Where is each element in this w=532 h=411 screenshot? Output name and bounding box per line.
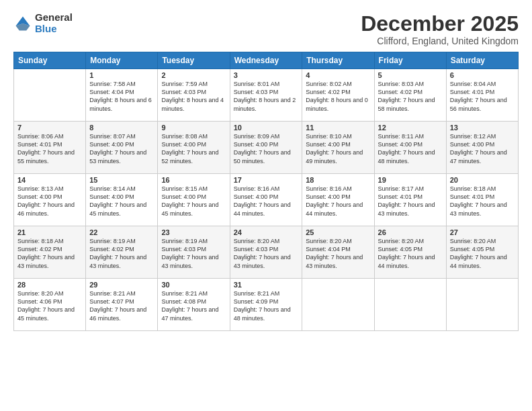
day-info: Sunrise: 8:17 AMSunset: 4:01 PMDaylight:… [378,185,443,218]
day-number: 13 [450,124,515,132]
logo-general: General [35,12,73,24]
day-cell: 15Sunrise: 8:14 AMSunset: 4:00 PMDayligh… [86,174,158,226]
day-cell: 24Sunrise: 8:20 AMSunset: 4:03 PMDayligh… [230,226,302,279]
day-info: Sunrise: 8:16 AMSunset: 4:00 PMDaylight:… [306,185,370,218]
location: Clifford, England, United Kingdom [361,36,519,46]
logo: General Blue [13,12,73,34]
day-info: Sunrise: 8:04 AMSunset: 4:01 PMDaylight:… [450,80,515,113]
day-number: 6 [450,71,515,79]
day-cell: 22Sunrise: 8:19 AMSunset: 4:02 PMDayligh… [86,226,158,279]
day-number: 26 [378,228,443,236]
day-info: Sunrise: 8:20 AMSunset: 4:04 PMDaylight:… [306,237,370,270]
calendar-table: SundayMondayTuesdayWednesdayThursdayFrid… [13,52,519,331]
day-number: 12 [378,124,443,132]
day-cell: 8Sunrise: 8:07 AMSunset: 4:00 PMDaylight… [86,122,158,174]
day-number: 31 [234,281,299,289]
day-cell: 10Sunrise: 8:09 AMSunset: 4:00 PMDayligh… [230,122,302,174]
day-number: 8 [89,124,154,132]
day-number: 4 [306,71,370,79]
day-cell: 27Sunrise: 8:20 AMSunset: 4:05 PMDayligh… [446,226,518,279]
day-info: Sunrise: 8:21 AMSunset: 4:09 PMDaylight:… [234,289,299,322]
day-number: 24 [234,228,299,236]
day-cell [446,279,518,331]
day-number: 29 [89,281,154,289]
day-info: Sunrise: 8:20 AMSunset: 4:03 PMDaylight:… [234,237,299,270]
day-number: 25 [306,228,370,236]
day-header-thursday: Thursday [302,52,374,69]
day-cell: 26Sunrise: 8:20 AMSunset: 4:05 PMDayligh… [374,226,446,279]
day-info: Sunrise: 8:19 AMSunset: 4:03 PMDaylight:… [161,237,226,270]
day-info: Sunrise: 8:08 AMSunset: 4:00 PMDaylight:… [161,132,226,165]
day-number: 16 [161,176,226,184]
week-row-5: 28Sunrise: 8:20 AMSunset: 4:06 PMDayligh… [14,279,519,331]
logo-text: General Blue [35,12,73,34]
day-cell: 12Sunrise: 8:11 AMSunset: 4:00 PMDayligh… [374,122,446,174]
page: General Blue December 2025 Clifford, Eng… [0,0,532,411]
day-header-tuesday: Tuesday [158,52,230,69]
day-number: 21 [17,228,82,236]
day-number: 1 [89,71,154,79]
day-info: Sunrise: 8:12 AMSunset: 4:00 PMDaylight:… [450,132,515,165]
day-cell: 25Sunrise: 8:20 AMSunset: 4:04 PMDayligh… [302,226,374,279]
day-info: Sunrise: 8:18 AMSunset: 4:01 PMDaylight:… [450,185,515,218]
day-header-saturday: Saturday [446,52,518,69]
day-number: 11 [306,124,370,132]
day-info: Sunrise: 8:07 AMSunset: 4:00 PMDaylight:… [89,132,154,165]
day-cell: 21Sunrise: 8:18 AMSunset: 4:02 PMDayligh… [14,226,86,279]
day-number: 9 [161,124,226,132]
week-row-1: 1Sunrise: 7:58 AMSunset: 4:04 PMDaylight… [14,69,519,122]
day-cell: 29Sunrise: 8:21 AMSunset: 4:07 PMDayligh… [86,279,158,331]
day-cell: 5Sunrise: 8:03 AMSunset: 4:02 PMDaylight… [374,69,446,122]
day-cell: 7Sunrise: 8:06 AMSunset: 4:01 PMDaylight… [14,122,86,174]
day-info: Sunrise: 8:15 AMSunset: 4:00 PMDaylight:… [161,185,226,218]
day-header-sunday: Sunday [14,52,86,69]
day-number: 17 [234,176,299,184]
day-header-wednesday: Wednesday [230,52,302,69]
day-number: 22 [89,228,154,236]
day-info: Sunrise: 8:20 AMSunset: 4:05 PMDaylight:… [450,237,515,270]
day-cell: 16Sunrise: 8:15 AMSunset: 4:00 PMDayligh… [158,174,230,226]
day-info: Sunrise: 8:02 AMSunset: 4:02 PMDaylight:… [306,80,370,113]
day-info: Sunrise: 8:18 AMSunset: 4:02 PMDaylight:… [17,237,82,270]
day-cell [14,69,86,122]
day-number: 10 [234,124,299,132]
day-cell: 14Sunrise: 8:13 AMSunset: 4:00 PMDayligh… [14,174,86,226]
day-cell: 9Sunrise: 8:08 AMSunset: 4:00 PMDaylight… [158,122,230,174]
day-number: 19 [378,176,443,184]
day-cell: 4Sunrise: 8:02 AMSunset: 4:02 PMDaylight… [302,69,374,122]
day-info: Sunrise: 8:20 AMSunset: 4:05 PMDaylight:… [378,237,443,270]
day-cell: 2Sunrise: 7:59 AMSunset: 4:03 PMDaylight… [158,69,230,122]
day-cell: 18Sunrise: 8:16 AMSunset: 4:00 PMDayligh… [302,174,374,226]
day-cell: 30Sunrise: 8:21 AMSunset: 4:08 PMDayligh… [158,279,230,331]
day-number: 14 [17,176,82,184]
day-info: Sunrise: 8:21 AMSunset: 4:08 PMDaylight:… [161,289,226,322]
day-info: Sunrise: 7:58 AMSunset: 4:04 PMDaylight:… [89,80,154,113]
day-info: Sunrise: 7:59 AMSunset: 4:03 PMDaylight:… [161,80,226,113]
day-number: 28 [17,281,82,289]
day-number: 23 [161,228,226,236]
day-cell: 19Sunrise: 8:17 AMSunset: 4:01 PMDayligh… [374,174,446,226]
day-info: Sunrise: 8:03 AMSunset: 4:02 PMDaylight:… [378,80,443,113]
day-number: 15 [89,176,154,184]
day-cell [374,279,446,331]
day-info: Sunrise: 8:21 AMSunset: 4:07 PMDaylight:… [89,289,154,322]
day-info: Sunrise: 8:10 AMSunset: 4:00 PMDaylight:… [306,132,370,165]
day-info: Sunrise: 8:09 AMSunset: 4:00 PMDaylight:… [234,132,299,165]
week-row-4: 21Sunrise: 8:18 AMSunset: 4:02 PMDayligh… [14,226,519,279]
day-number: 20 [450,176,515,184]
day-cell: 3Sunrise: 8:01 AMSunset: 4:03 PMDaylight… [230,69,302,122]
day-info: Sunrise: 8:13 AMSunset: 4:00 PMDaylight:… [17,185,82,218]
logo-blue: Blue [35,24,73,35]
day-cell: 1Sunrise: 7:58 AMSunset: 4:04 PMDaylight… [86,69,158,122]
day-cell: 13Sunrise: 8:12 AMSunset: 4:00 PMDayligh… [446,122,518,174]
day-info: Sunrise: 8:19 AMSunset: 4:02 PMDaylight:… [89,237,154,270]
week-row-3: 14Sunrise: 8:13 AMSunset: 4:00 PMDayligh… [14,174,519,226]
day-cell: 23Sunrise: 8:19 AMSunset: 4:03 PMDayligh… [158,226,230,279]
day-header-friday: Friday [374,52,446,69]
day-number: 27 [450,228,515,236]
day-info: Sunrise: 8:01 AMSunset: 4:03 PMDaylight:… [234,80,299,113]
title-block: December 2025 Clifford, England, United … [361,12,519,46]
logo-icon [13,14,32,33]
day-cell: 20Sunrise: 8:18 AMSunset: 4:01 PMDayligh… [446,174,518,226]
day-cell: 11Sunrise: 8:10 AMSunset: 4:00 PMDayligh… [302,122,374,174]
